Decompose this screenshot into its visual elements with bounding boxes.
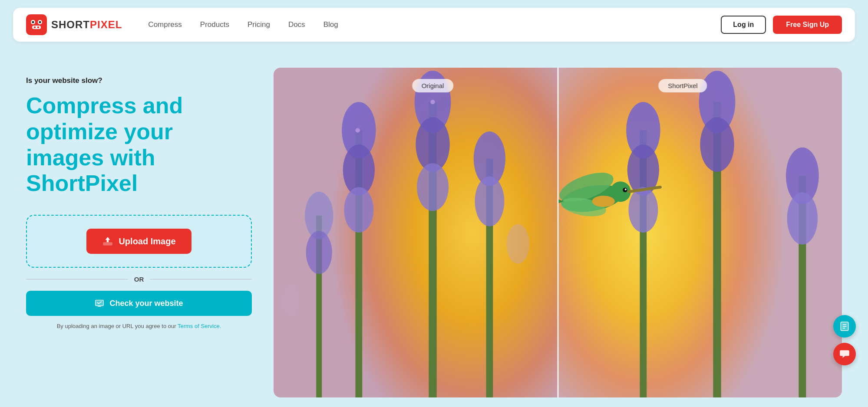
svg-point-20 — [417, 163, 449, 211]
svg-rect-7 — [37, 26, 39, 28]
svg-point-24 — [475, 176, 504, 226]
float-chat-button[interactable] — [833, 343, 856, 365]
flowers-right-svg — [558, 68, 842, 397]
svg-point-4 — [39, 21, 41, 23]
svg-point-22 — [306, 231, 332, 274]
notepad-icon — [839, 321, 850, 332]
upload-box[interactable]: Upload Image — [26, 215, 252, 268]
navbar: SHORTPIXEL Compress Products Pricing Doc… — [13, 8, 855, 42]
svg-point-28 — [281, 284, 301, 318]
hero-section: Is your website slow? Compress and optim… — [0, 42, 868, 397]
svg-point-35 — [628, 187, 658, 233]
terms-link[interactable]: Terms of Service. — [178, 323, 221, 329]
logo[interactable]: SHORTPIXEL — [26, 14, 122, 35]
svg-rect-5 — [32, 26, 41, 29]
label-shortpixel: ShortPixel — [658, 79, 707, 92]
flowers-left-svg — [274, 68, 558, 397]
image-original-side — [274, 68, 558, 397]
svg-point-25 — [355, 128, 360, 132]
chat-icon — [839, 348, 850, 360]
svg-point-26 — [430, 100, 435, 104]
nav-actions: Log in Free Sign Up — [721, 16, 842, 34]
signup-button[interactable]: Free Sign Up — [773, 16, 842, 34]
upload-button[interactable]: Upload Image — [86, 229, 191, 254]
svg-point-47 — [592, 196, 614, 207]
nav-pricing[interactable]: Pricing — [248, 20, 270, 29]
hero-tagline: Is your website slow? — [26, 76, 252, 85]
float-notepad-button[interactable] — [833, 315, 856, 338]
website-check-icon — [95, 299, 104, 308]
svg-rect-8 — [103, 242, 113, 246]
nav-products[interactable]: Products — [200, 20, 229, 29]
svg-point-17 — [344, 187, 373, 233]
logo-text: SHORTPIXEL — [51, 19, 122, 31]
svg-point-27 — [507, 224, 529, 264]
or-divider: OR — [26, 276, 252, 283]
image-shortpixel-side — [558, 68, 842, 397]
nav-links: Compress Products Pricing Docs Blog — [148, 20, 721, 29]
compare-divider — [557, 68, 558, 397]
svg-point-37 — [700, 117, 734, 172]
login-button[interactable]: Log in — [721, 16, 766, 34]
svg-point-39 — [787, 192, 818, 244]
svg-rect-6 — [34, 26, 36, 28]
nav-blog[interactable]: Blog — [323, 20, 338, 29]
hero-left: Is your website slow? Compress and optim… — [26, 63, 252, 329]
logo-icon — [26, 14, 47, 35]
upload-icon — [102, 236, 113, 247]
svg-point-3 — [32, 21, 34, 23]
check-website-button[interactable]: Check your website — [26, 291, 252, 316]
hero-title: Compress and optimize your images with S… — [26, 93, 252, 197]
image-comparison: Original ShortPixel — [274, 68, 842, 397]
svg-point-43 — [624, 189, 626, 190]
terms-text: By uploading an image or URL you agree t… — [26, 323, 252, 329]
nav-compress[interactable]: Compress — [148, 20, 182, 29]
image-comparison-container: Original ShortPixel — [274, 68, 842, 397]
nav-docs[interactable]: Docs — [288, 20, 305, 29]
label-original: Original — [412, 79, 454, 92]
